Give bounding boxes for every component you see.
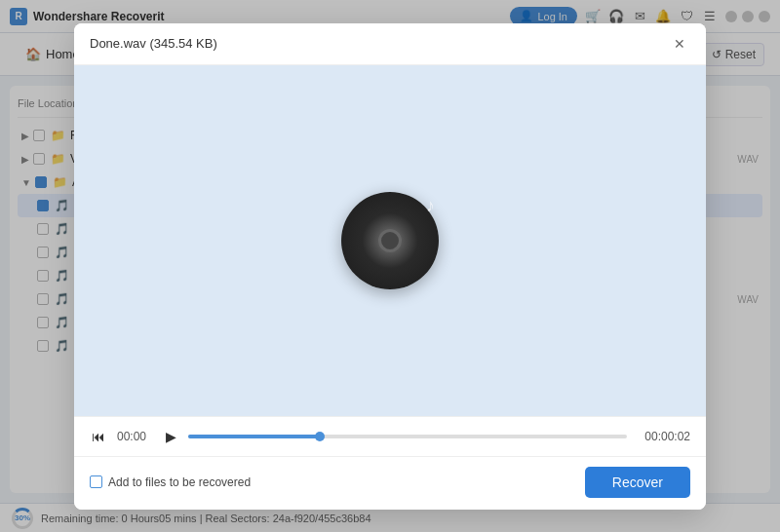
- music-note-icon: ♪: [426, 196, 435, 216]
- preview-modal: Done.wav (345.54 KB) ✕ ♪ ⏮ 00:00 ▶ 00:00…: [74, 23, 706, 510]
- add-to-files-row: Add to files to be recovered: [90, 475, 251, 489]
- add-to-files-checkbox[interactable]: [90, 475, 102, 488]
- play-button[interactable]: ▶: [164, 427, 178, 446]
- modal-close-button[interactable]: ✕: [669, 33, 690, 55]
- rewind-button[interactable]: ⏮: [90, 427, 107, 446]
- modal-overlay: Done.wav (345.54 KB) ✕ ♪ ⏮ 00:00 ▶ 00:00…: [0, 0, 780, 532]
- seek-fill: [188, 435, 320, 438]
- modal-preview-area: ♪: [74, 65, 706, 416]
- add-to-files-label: Add to files to be recovered: [108, 475, 251, 489]
- seek-bar[interactable]: [188, 435, 627, 438]
- modal-footer: Add to files to be recovered Recover: [74, 456, 706, 510]
- modal-title: Done.wav (345.54 KB): [90, 36, 217, 51]
- modal-header: Done.wav (345.54 KB) ✕: [74, 23, 706, 65]
- seek-thumb: [315, 432, 325, 441]
- recover-button[interactable]: Recover: [585, 467, 690, 498]
- time-current: 00:00: [117, 430, 154, 443]
- time-end: 00:00:02: [637, 430, 690, 443]
- audio-controls: ⏮ 00:00 ▶ 00:00:02: [74, 416, 706, 456]
- music-disc-icon: ♪: [341, 192, 439, 289]
